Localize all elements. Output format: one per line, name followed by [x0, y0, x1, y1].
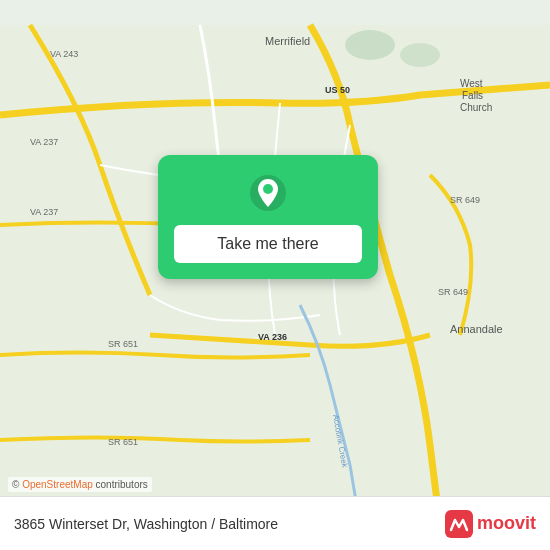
location-card: Take me there: [158, 155, 378, 279]
svg-text:Merrifield: Merrifield: [265, 35, 310, 47]
svg-text:Annandale: Annandale: [450, 323, 503, 335]
svg-text:Falls: Falls: [462, 90, 483, 101]
pin-icon: [246, 171, 290, 215]
svg-rect-20: [445, 510, 473, 538]
take-me-there-button[interactable]: Take me there: [174, 225, 362, 263]
moovit-brand-icon: [445, 510, 473, 538]
svg-text:Church: Church: [460, 102, 492, 113]
moovit-logo: moovit: [445, 510, 536, 538]
svg-text:VA 243: VA 243: [50, 49, 78, 59]
svg-text:SR 649: SR 649: [438, 287, 468, 297]
svg-text:VA 236: VA 236: [258, 332, 287, 342]
svg-text:SR 651: SR 651: [108, 437, 138, 447]
svg-text:West: West: [460, 78, 483, 89]
address-label: 3865 Winterset Dr, Washington / Baltimor…: [14, 516, 278, 532]
svg-point-19: [263, 184, 273, 194]
copyright-text: © OpenStreetMap contributors: [12, 479, 148, 490]
svg-text:SR 651: SR 651: [108, 339, 138, 349]
moovit-text-label: moovit: [477, 513, 536, 534]
svg-text:VA 237: VA 237: [30, 137, 58, 147]
svg-text:US 50: US 50: [325, 85, 350, 95]
svg-point-2: [400, 43, 440, 67]
bottom-bar: 3865 Winterset Dr, Washington / Baltimor…: [0, 496, 550, 550]
svg-text:VA 237: VA 237: [30, 207, 58, 217]
svg-point-1: [345, 30, 395, 60]
copyright-notice: © OpenStreetMap contributors: [8, 477, 152, 492]
map-container: VA 243 VA 237 VA 237 US 50 SR 649 SR 649…: [0, 0, 550, 550]
svg-text:SR 649: SR 649: [450, 195, 480, 205]
